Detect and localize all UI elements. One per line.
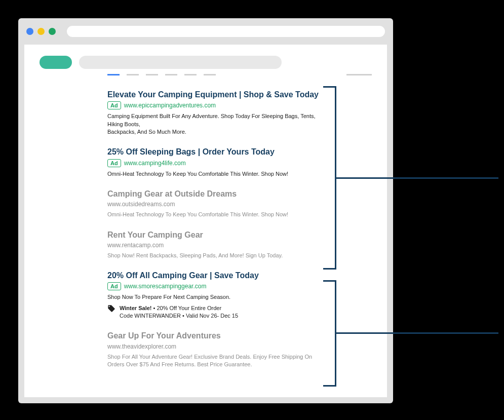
result-url-row: Adwww.epiccampingadventures.com [107,101,320,109]
promo-extension: Winter Sale! • 20% Off Your Entire Order… [107,304,320,320]
promo-line1: • 20% Off Your Entire Order [151,305,221,311]
search-result: Camping Gear at Outside Dreamswww.outsid… [107,189,320,219]
annotation-bracket-top [323,86,336,270]
result-title[interactable]: Rent Your Camping Gear [107,230,320,240]
result-title[interactable]: Camping Gear at Outside Dreams [107,189,320,199]
result-description: Omni-Heat Technology To Keep You Comfort… [107,170,320,178]
result-url-row: www.rentacamp.com [107,242,320,249]
result-title[interactable]: Elevate Your Camping Equipment | Shop & … [107,90,320,99]
result-url[interactable]: www.camping4life.com [124,160,186,167]
traffic-light-maximize-icon[interactable] [49,28,56,35]
search-engine-logo[interactable] [40,56,72,69]
result-url-row: www.outsidedreams.com [107,201,320,208]
result-description: Camping Equipment Built For Any Adventur… [107,112,320,136]
promo-line2: Code WINTERWANDER • Valid Nov 26- Dec 15 [120,313,238,319]
promo-text: Winter Sale! • 20% Off Your Entire Order… [120,304,238,320]
tab-item[interactable] [146,74,158,75]
result-description: Shop Now To Prepare For Next Camping Sea… [107,293,320,301]
browser-toolbar [18,18,393,45]
tab-tools[interactable] [346,74,372,75]
result-title[interactable]: 25% Off Sleeping Bags | Order Yours Toda… [107,147,320,157]
search-result: Gear Up For Your Adventureswww.theavidex… [107,331,320,368]
search-result: 25% Off Sleeping Bags | Order Yours Toda… [107,147,320,178]
tab-all[interactable] [107,74,120,75]
tab-item[interactable] [184,74,197,75]
result-url[interactable]: www.theavidexplorer.com [107,343,176,350]
search-header [40,56,372,69]
promo-headline: Winter Sale! [120,305,151,311]
result-url-row: Adwww.smorescampinggear.com [107,282,320,290]
search-result: Rent Your Camping Gearwww.rentacamp.comS… [107,230,320,260]
tab-item[interactable] [165,74,177,75]
result-description: Omni-Heat Technology To Keep You Comfort… [107,211,320,218]
result-url-row: www.theavidexplorer.com [107,343,320,350]
result-description: Shop Now! Rent Backpacks, Sleeping Pads,… [107,252,320,259]
traffic-light-close-icon[interactable] [26,28,33,35]
tab-item[interactable] [204,74,216,75]
search-result: 20% Off All Camping Gear | Save TodayAdw… [107,271,320,320]
annotation-line-top [336,177,498,179]
annotation-bracket-bottom [323,280,336,387]
search-input[interactable] [79,56,282,69]
result-title[interactable]: 20% Off All Camping Gear | Save Today [107,271,320,280]
result-description: Shop For All Your Adventure Gear! Exclus… [107,353,320,369]
result-title[interactable]: Gear Up For Your Adventures [107,331,320,340]
tag-icon [107,304,115,313]
ad-badge: Ad [107,159,121,167]
result-url[interactable]: www.rentacamp.com [107,242,164,249]
result-url-row: Adwww.camping4life.com [107,159,320,167]
address-bar[interactable] [67,26,385,37]
traffic-light-minimize-icon[interactable] [37,28,45,35]
annotation-line-bottom [336,332,498,334]
tab-item[interactable] [127,74,139,75]
ad-badge: Ad [107,282,121,290]
search-results-list: Elevate Your Camping Equipment | Shop & … [107,90,320,368]
search-tabs [107,74,372,75]
result-url[interactable]: www.smorescampinggear.com [124,283,207,290]
search-result: Elevate Your Camping Equipment | Shop & … [107,90,320,136]
ad-badge: Ad [107,101,121,109]
result-url[interactable]: www.outsidedreams.com [107,201,175,208]
result-url[interactable]: www.epiccampingadventures.com [124,102,216,109]
browser-window: Elevate Your Camping Equipment | Shop & … [18,18,393,403]
